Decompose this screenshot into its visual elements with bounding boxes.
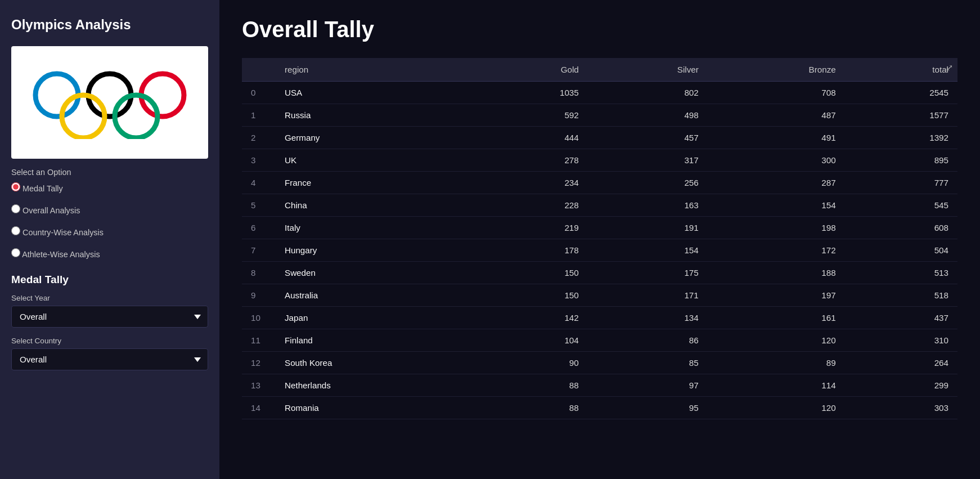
cell-silver: 498	[588, 104, 708, 127]
cell-gold: 444	[475, 127, 587, 149]
cell-total: 777	[845, 172, 957, 194]
cell-region: China	[276, 194, 475, 217]
radio-overall-analysis[interactable]	[11, 204, 20, 213]
table-row: 1 Russia 592 498 487 1577	[242, 104, 957, 127]
cell-gold: 1035	[475, 82, 587, 104]
cell-total: 504	[845, 239, 957, 262]
cell-gold: 234	[475, 172, 587, 194]
cell-bronze: 197	[708, 284, 845, 307]
cell-total: 437	[845, 307, 957, 329]
cell-bronze: 172	[708, 239, 845, 262]
cell-index: 8	[242, 262, 276, 284]
cell-silver: 163	[588, 194, 708, 217]
cell-bronze: 120	[708, 329, 845, 352]
olympic-rings-icon	[31, 66, 188, 139]
cell-gold: 178	[475, 239, 587, 262]
cell-silver: 171	[588, 284, 708, 307]
cell-total: 545	[845, 194, 957, 217]
cell-bronze: 487	[708, 104, 845, 127]
table-row: 5 China 228 163 154 545	[242, 194, 957, 217]
cell-gold: 150	[475, 284, 587, 307]
radio-athlete-wise[interactable]	[11, 248, 20, 257]
tally-table: region Gold Silver Bronze total 0 USA 10…	[242, 58, 957, 419]
svg-point-4	[115, 95, 158, 138]
options-section: Select an Option Medal Tally Overall Ana…	[11, 168, 208, 265]
option-athlete-wise[interactable]: Athlete-Wise Analysis	[11, 248, 208, 259]
cell-index: 3	[242, 149, 276, 172]
cell-silver: 802	[588, 82, 708, 104]
cell-total: 299	[845, 374, 957, 397]
cell-gold: 228	[475, 194, 587, 217]
table-row: 7 Hungary 178 154 172 504	[242, 239, 957, 262]
table-row: 11 Finland 104 86 120 310	[242, 329, 957, 352]
option-medal-tally-label: Medal Tally	[23, 184, 63, 193]
cell-region: Netherlands	[276, 374, 475, 397]
cell-bronze: 114	[708, 374, 845, 397]
cell-gold: 104	[475, 329, 587, 352]
option-overall-analysis[interactable]: Overall Analysis	[11, 204, 208, 215]
cell-region: France	[276, 172, 475, 194]
cell-total: 518	[845, 284, 957, 307]
cell-index: 1	[242, 104, 276, 127]
option-overall-analysis-label: Overall Analysis	[23, 206, 80, 215]
cell-region: Russia	[276, 104, 475, 127]
table-row: 12 South Korea 90 85 89 264	[242, 352, 957, 374]
svg-point-2	[141, 74, 184, 117]
cell-total: 264	[845, 352, 957, 374]
cell-gold: 90	[475, 352, 587, 374]
cell-bronze: 198	[708, 217, 845, 239]
cell-index: 5	[242, 194, 276, 217]
cell-bronze: 161	[708, 307, 845, 329]
col-total: total	[845, 58, 957, 82]
cell-region: Australia	[276, 284, 475, 307]
table-row: 9 Australia 150 171 197 518	[242, 284, 957, 307]
cell-index: 0	[242, 82, 276, 104]
year-select-wrapper: Select Year Overall	[11, 294, 208, 328]
medal-tally-title: Medal Tally	[11, 274, 208, 286]
cell-bronze: 89	[708, 352, 845, 374]
cell-silver: 256	[588, 172, 708, 194]
cell-silver: 154	[588, 239, 708, 262]
cell-total: 303	[845, 397, 957, 419]
radio-country-wise[interactable]	[11, 226, 20, 235]
cell-gold: 150	[475, 262, 587, 284]
col-index	[242, 58, 276, 82]
country-select-label: Select Country	[11, 337, 208, 345]
cell-silver: 134	[588, 307, 708, 329]
cell-silver: 175	[588, 262, 708, 284]
cell-silver: 95	[588, 397, 708, 419]
table-row: 3 UK 278 317 300 895	[242, 149, 957, 172]
option-athlete-wise-label: Athlete-Wise Analysis	[22, 250, 100, 259]
table-row: 8 Sweden 150 175 188 513	[242, 262, 957, 284]
cell-gold: 592	[475, 104, 587, 127]
table-row: 2 Germany 444 457 491 1392	[242, 127, 957, 149]
col-region: region	[276, 58, 475, 82]
year-select[interactable]: Overall	[11, 306, 208, 328]
page-title: Overall Tally	[242, 17, 957, 42]
cell-bronze: 708	[708, 82, 845, 104]
col-silver: Silver	[588, 58, 708, 82]
expand-icon[interactable]: ⤢	[946, 62, 953, 73]
cell-region: South Korea	[276, 352, 475, 374]
app-title: Olympics Analysis	[11, 17, 208, 33]
cell-bronze: 287	[708, 172, 845, 194]
cell-index: 14	[242, 397, 276, 419]
tally-tbody: 0 USA 1035 802 708 2545 1 Russia 592 498…	[242, 82, 957, 419]
svg-point-1	[88, 74, 131, 117]
cell-silver: 97	[588, 374, 708, 397]
radio-group: Medal Tally Overall Analysis Country-Wis…	[11, 182, 208, 265]
option-medal-tally[interactable]: Medal Tally	[11, 182, 208, 193]
option-country-wise[interactable]: Country-Wise Analysis	[11, 226, 208, 237]
cell-gold: 88	[475, 374, 587, 397]
cell-gold: 88	[475, 397, 587, 419]
main-content: Overall Tally ⤢ region Gold Silver Bronz…	[219, 0, 980, 479]
radio-medal-tally[interactable]	[11, 182, 20, 191]
cell-index: 9	[242, 284, 276, 307]
cell-silver: 191	[588, 217, 708, 239]
cell-region: Japan	[276, 307, 475, 329]
cell-total: 1392	[845, 127, 957, 149]
cell-index: 7	[242, 239, 276, 262]
cell-bronze: 188	[708, 262, 845, 284]
cell-index: 2	[242, 127, 276, 149]
country-select[interactable]: Overall	[11, 348, 208, 370]
